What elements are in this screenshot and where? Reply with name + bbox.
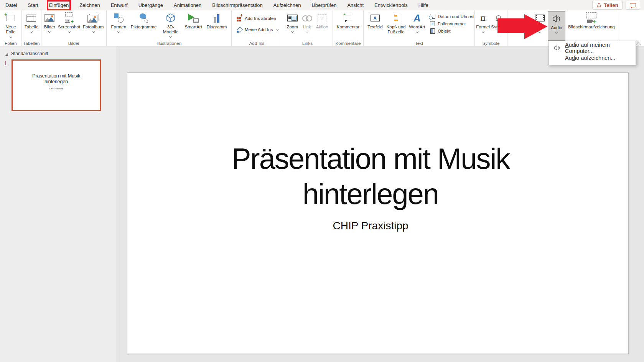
bildschirmaufzeichnung-button[interactable]: + Bildschirmaufzeichnung — [565, 12, 618, 30]
chevron-down-icon — [30, 30, 33, 33]
tab-uebergaenge[interactable]: Übergänge — [138, 2, 164, 9]
comments-button[interactable] — [626, 1, 640, 10]
slide-number-icon: # — [430, 21, 435, 26]
tab-hilfe[interactable]: Hilfe — [418, 2, 429, 9]
tab-start[interactable]: Start — [27, 2, 39, 9]
smartart-icon — [188, 13, 199, 23]
diagramm-button[interactable]: Diagramm — [206, 12, 227, 30]
new-comment-icon: + — [343, 13, 353, 23]
button-label: Fotoalbum — [83, 25, 104, 30]
foliennummer-button[interactable]: # Foliennummer — [429, 21, 474, 26]
button-label: Meine Add-Ins — [245, 27, 273, 32]
button-label: Tabelle — [25, 25, 38, 30]
objekt-button[interactable]: Objekt — [429, 28, 474, 34]
button-label: Kopf- und Fußzeile — [384, 25, 408, 35]
button-label: Bilder — [44, 25, 55, 30]
comment-bubble-icon — [630, 3, 636, 7]
tabelle-button[interactable]: Tabelle — [25, 12, 38, 33]
equation-pi-icon: π — [480, 13, 486, 23]
datum-uhrzeit-button[interactable]: Datum und Uhrzeit — [429, 14, 474, 19]
chevron-down-icon — [276, 28, 278, 31]
tab-bildschirmpraesentation[interactable]: Bildschirmpräsentation — [211, 2, 264, 9]
zoom-slides-icon — [287, 15, 298, 21]
date-time-icon — [430, 14, 435, 19]
menu-item-audio-auf-computer[interactable]: Audio auf meinem Computer... — [549, 43, 636, 53]
button-label: Piktogramme — [131, 25, 157, 30]
section-label[interactable]: Standardabschnitt — [11, 51, 48, 56]
shapes-icon — [114, 13, 124, 23]
aktion-button: ☆ Aktion — [316, 12, 328, 30]
action-star-icon: ☆ — [318, 14, 326, 22]
button-label: Bildschirmaufzeichnung — [568, 25, 614, 30]
3d-modelle-button[interactable]: 3D-Modelle — [161, 12, 180, 38]
tab-einfuegen[interactable]: Einfügen — [48, 2, 69, 9]
bilder-button[interactable]: Bilder — [44, 12, 55, 33]
group-label: Folien — [0, 41, 21, 46]
menu-bar: Datei Start Einfügen Zeichnen Entwurf Üb… — [0, 0, 644, 10]
fotoalbum-button[interactable]: Fotoalbum — [83, 12, 104, 33]
share-button[interactable]: Teilen — [592, 1, 623, 10]
tab-datei[interactable]: Datei — [5, 2, 18, 9]
neue-folie-button[interactable]: Neue Folie — [4, 12, 18, 38]
zoom-button[interactable]: Zoom — [287, 12, 298, 33]
chevron-down-icon — [482, 30, 484, 33]
group-label: Bilder — [41, 41, 106, 46]
button-label: Datum und Uhrzeit — [438, 14, 474, 19]
tab-entwicklertools[interactable]: Entwicklertools — [374, 2, 408, 9]
screen-recording-icon: + — [585, 12, 598, 24]
3d-cube-icon — [166, 13, 176, 23]
button-label: Textfeld — [367, 25, 383, 30]
group-label: Illustrationen — [107, 41, 231, 46]
piktogramme-button[interactable]: Piktogramme — [131, 12, 157, 30]
group-illustrationen: Formen Piktogramme 3D-Modelle SmartAr — [107, 10, 232, 46]
button-label: Foliennummer — [438, 21, 466, 26]
addins-abrufen-button[interactable]: Add-Ins abrufen — [236, 15, 276, 21]
share-label: Teilen — [604, 2, 618, 8]
slide-thumbnail[interactable]: Präsentation mit Musik hinterlegen CHIP … — [12, 59, 101, 111]
smartart-button[interactable]: SmartArt — [185, 12, 202, 30]
meine-addins-button[interactable]: Meine Add-Ins — [236, 26, 278, 33]
new-slide-icon — [7, 15, 15, 21]
section-collapse-icon[interactable] — [5, 53, 8, 56]
button-label: SmartArt — [185, 25, 202, 30]
textfeld-button[interactable]: A Textfeld — [366, 12, 384, 30]
group-label: Tabellen — [22, 41, 41, 46]
group-label: Text — [364, 41, 474, 46]
button-label: Objekt — [438, 29, 450, 33]
chevron-down-icon — [68, 30, 70, 33]
chevron-down-icon — [9, 35, 12, 38]
kopf-fusszeile-button[interactable]: Kopf- und Fußzeile — [384, 12, 408, 35]
slide-canvas[interactable]: Präsentation mit Musik hinterlegen CHIP … — [127, 72, 629, 354]
button-label: WordArt — [409, 25, 425, 30]
menu-item-label: Audio aufzeichnen... — [565, 55, 615, 61]
kommentar-button[interactable]: + Kommentar — [337, 12, 359, 30]
audio-speaker-icon — [552, 15, 561, 23]
thumbnail-title: Präsentation mit Musik hinterlegen — [13, 73, 100, 84]
button-label: Audio — [551, 25, 562, 30]
menu-item-audio-aufzeichnen[interactable]: Audio aufzeichnen... — [549, 53, 636, 63]
screenshot-button[interactable]: + Screenshot — [58, 12, 80, 33]
wordart-button[interactable]: A WordArt — [408, 12, 427, 33]
link-button: Link — [302, 12, 311, 33]
slide-subtitle[interactable]: CHIP Praxistipp — [120, 220, 621, 232]
screenshot-icon: + — [64, 12, 74, 24]
button-label: Diagramm — [206, 25, 227, 30]
slide-thumbnail-panel: Standardabschnitt 1 Präsentation mit Mus… — [0, 46, 117, 362]
tab-animationen[interactable]: Animationen — [173, 2, 202, 9]
tab-entwurf[interactable]: Entwurf — [110, 2, 128, 9]
tab-zeichnen[interactable]: Zeichnen — [79, 2, 100, 9]
object-icon — [430, 28, 435, 34]
formen-button[interactable]: Formen — [111, 12, 127, 33]
chevron-down-icon — [306, 30, 308, 33]
tab-ansicht[interactable]: Ansicht — [346, 2, 364, 9]
slide-title[interactable]: Präsentation mit Musik hinterlegen — [120, 141, 621, 212]
button-label: Add-Ins abrufen — [245, 16, 276, 21]
button-label: Formel — [476, 25, 490, 30]
content-area: Standardabschnitt 1 Präsentation mit Mus… — [0, 46, 644, 362]
formel-button[interactable]: π Formel — [476, 12, 490, 33]
tab-aufzeichnen[interactable]: Aufzeichnen — [273, 2, 302, 9]
tab-ueberpruefen[interactable]: Überprüfen — [311, 2, 337, 9]
chevron-down-icon — [291, 30, 294, 33]
wordart-icon: A — [413, 13, 420, 23]
audio-button[interactable]: Audio — [548, 11, 565, 41]
